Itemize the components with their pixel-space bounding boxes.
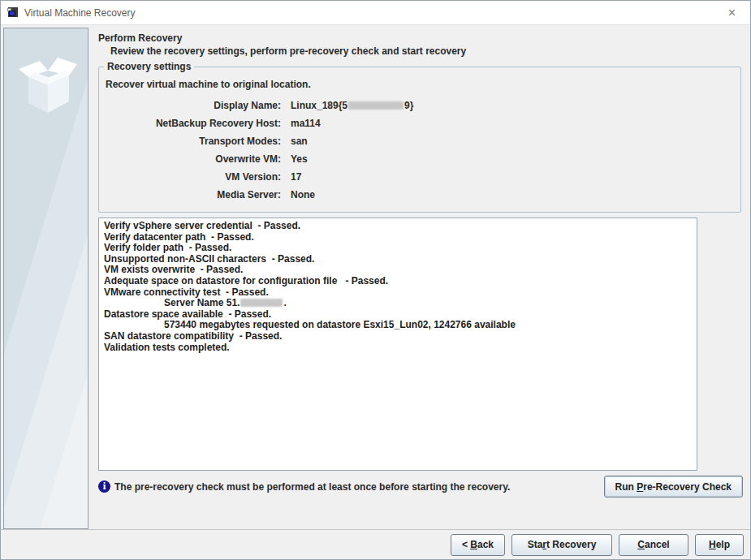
- recovery-settings-group: Recovery settings Recover virtual machin…: [98, 67, 741, 213]
- wizard-sidebar: [3, 28, 88, 529]
- title-bar: Virtual Machine Recovery ×: [1, 1, 750, 25]
- page-subtitle: Review the recovery settings, perform pr…: [98, 45, 743, 57]
- media-server-value: None: [291, 186, 734, 204]
- close-icon[interactable]: ×: [714, 1, 750, 24]
- check-result-line: Datastore space available - Passed.: [104, 309, 692, 321]
- overwrite-vm-value: Yes: [291, 150, 734, 168]
- vm-version-value: 17: [291, 168, 734, 186]
- vm-version-label: VM Version:: [104, 168, 281, 186]
- cancel-button[interactable]: Cancel: [619, 534, 688, 556]
- check-result-line: VMware connectivity test - Passed.: [104, 287, 692, 299]
- main-content: Perform Recovery Review the recovery set…: [88, 28, 748, 529]
- check-result-line: VM exists overwrite - Passed.: [104, 265, 692, 276]
- run-pre-recovery-check-button[interactable]: Run Pre-Recovery Check: [604, 476, 743, 498]
- check-result-line: 573440 megabytes requested on datastore …: [104, 320, 692, 331]
- window-title: Virtual Machine Recovery: [24, 7, 714, 19]
- check-result-line: Verify datacenter path - Passed.: [104, 232, 692, 243]
- check-result-line: Verify folder path - Passed.: [104, 243, 692, 254]
- pre-recovery-check-results[interactable]: Verify vSphere server credential - Passe…: [98, 218, 697, 471]
- back-button[interactable]: < Back: [451, 534, 505, 556]
- info-icon: i: [98, 480, 110, 493]
- check-result-line: Validation tests completed.: [104, 342, 692, 354]
- display-name-value: Linux_189{59}: [291, 97, 734, 114]
- transport-modes-value: san: [291, 132, 734, 150]
- transport-modes-label: Transport Modes:: [104, 132, 281, 150]
- help-button[interactable]: Help: [695, 534, 744, 556]
- virtual-machine-recovery-window: Virtual Machine Recovery × Perform Recov…: [0, 0, 751, 560]
- pre-recovery-note: The pre-recovery check must be performed…: [114, 481, 596, 493]
- overwrite-vm-label: Overwrite VM:: [104, 150, 281, 168]
- app-icon: [7, 7, 19, 19]
- page-title: Perform Recovery: [98, 32, 743, 44]
- check-result-server-name: Server Name 51..: [104, 298, 692, 309]
- recovery-host-value: ma114: [291, 114, 734, 132]
- check-result-line: Unsupported non-ASCII characters - Passe…: [104, 254, 692, 265]
- footer-button-bar: < Back Start Recovery Cancel Help: [1, 529, 750, 559]
- start-recovery-button[interactable]: Start Recovery: [511, 534, 612, 556]
- check-result-line: Adequate space on datastore for configur…: [104, 276, 692, 287]
- display-name-label: Display Name:: [104, 97, 281, 114]
- pre-recovery-note-row: i The pre-recovery check must be perform…: [98, 476, 743, 498]
- recovery-settings-legend: Recovery settings: [104, 61, 194, 72]
- media-server-label: Media Server:: [104, 186, 281, 204]
- check-result-line: SAN datastore compatibility - Passed.: [104, 331, 692, 342]
- redacted-text: [348, 101, 404, 110]
- redacted-text: [240, 299, 283, 307]
- recovery-host-label: NetBackup Recovery Host:: [104, 114, 281, 132]
- open-box-icon: [7, 38, 85, 127]
- check-result-line: Verify vSphere server credential - Passe…: [104, 221, 692, 232]
- recovery-settings-fields: Display Name: Linux_189{59} NetBackup Re…: [104, 97, 734, 204]
- recovery-location-text: Recover virtual machine to original loca…: [106, 79, 734, 90]
